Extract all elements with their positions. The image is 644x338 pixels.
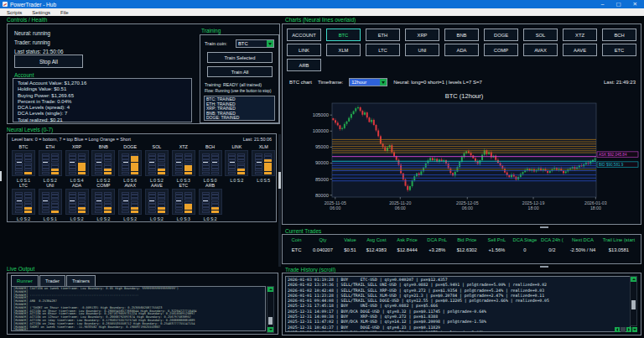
level-bar-column	[42, 190, 49, 213]
tab-runner[interactable]: Runner	[11, 275, 39, 286]
trades-col-header: Coin	[286, 237, 307, 242]
level-bar-cell	[158, 211, 165, 213]
svg-text:95000: 95000	[315, 144, 329, 149]
menu-scripts[interactable]: Scripts	[7, 10, 22, 15]
scroll-up-icon[interactable]	[267, 287, 273, 292]
level-bar-cell	[184, 172, 192, 174]
neural-tile-bars	[118, 150, 142, 176]
svg-text:06:00: 06:00	[330, 205, 340, 211]
level-bar-column	[184, 190, 192, 213]
scroll-right-icon[interactable]	[626, 327, 631, 332]
level-bar-cell	[51, 172, 59, 174]
scroll-down-icon[interactable]	[632, 327, 637, 332]
chart-coin-aave[interactable]: AAVE	[563, 44, 597, 56]
chart-coin-xtz[interactable]: XTZ	[563, 29, 597, 41]
current-trades-panel: CoinQtyValueAvg CostAsk PriceDCA PnLBid …	[282, 234, 641, 264]
chart-coin-sol[interactable]: SOL	[523, 29, 558, 41]
chart-coin-account[interactable]: ACCOUNT	[287, 29, 321, 41]
trades-col-header: Avg Cost	[361, 237, 392, 242]
close-button[interactable]: ✕	[633, 0, 637, 8]
trained-listbox[interactable]: BTC: TRAINEDETH: TRAINEDXRP: TRAINEDBNB:…	[204, 96, 275, 121]
scroll-left-icon[interactable]	[615, 327, 620, 332]
chart-coin-arb[interactable]: ARB	[287, 59, 321, 71]
console-scrollbar[interactable]	[267, 286, 274, 333]
left-panel-scrollbar[interactable]	[278, 134, 281, 267]
left-panel-scroll-thumb[interactable]	[278, 172, 281, 189]
account-label: Account	[14, 72, 34, 78]
train-selected-button[interactable]: Train Selected	[207, 52, 273, 63]
training-label: Training	[201, 28, 221, 34]
chart-coin-doge[interactable]: DOGE	[484, 29, 518, 41]
chart-coin-bnb[interactable]: BNB	[444, 29, 479, 41]
level-bar-cell	[15, 172, 23, 174]
console-output[interactable]: [RUNNER] CAUTION on 1week timeframe: Low…	[11, 286, 266, 331]
menu-settings[interactable]: Settings	[32, 10, 50, 15]
window-title: PowerTrader - Hub	[10, 2, 56, 8]
neural-tile-bars	[65, 150, 89, 176]
trades-cell: +1.56%	[483, 247, 512, 252]
neural-tile-eth: ETHL:0 S:2	[39, 144, 62, 183]
chart-coin-xrp[interactable]: XRP	[405, 29, 439, 41]
console-scroll-thumb[interactable]	[268, 317, 273, 325]
maximize-button[interactable]: ▢	[615, 0, 621, 8]
chart-coin-eth[interactable]: ETH	[366, 29, 400, 41]
app-icon	[3, 2, 8, 7]
level-bar-cell	[69, 211, 76, 213]
svg-text:18:00: 18:00	[590, 205, 601, 211]
neural-tile-levels: L:0 S:2	[65, 216, 89, 221]
account-line: Holdings Value: $0.51	[18, 86, 86, 92]
scroll-up-icon[interactable]	[631, 277, 636, 282]
menu-file[interactable]: File	[60, 10, 69, 15]
chart-coin-ltc[interactable]: LTC	[366, 44, 400, 56]
training-buttons: Train SelectedTrain All	[207, 52, 273, 81]
minimize-button[interactable]: –	[601, 0, 605, 8]
pane-sash-handle[interactable]	[540, 266, 548, 268]
trades-cell: -2.50% / N4	[565, 247, 600, 252]
neural-tile-bars	[39, 150, 62, 176]
history-scrollbar[interactable]	[630, 276, 637, 326]
chart-coin-comp[interactable]: COMP	[484, 44, 518, 56]
chevron-down-icon[interactable]	[267, 40, 273, 47]
chevron-down-icon[interactable]	[380, 79, 387, 86]
neural-tile-coin-label: COMP	[91, 183, 115, 189]
level-bar-column	[24, 190, 32, 213]
stop-all-button[interactable]: Stop All	[14, 55, 83, 68]
neural-tile-coin-label: XTZ	[172, 144, 195, 150]
svg-text:80000: 80000	[315, 193, 329, 198]
chart-coin-xlm[interactable]: XLM	[326, 44, 361, 56]
current-trades-label: Current Trades	[285, 228, 321, 234]
level-bar-cell	[255, 172, 262, 174]
scroll-down-icon[interactable]	[267, 327, 273, 332]
svg-text:ASK $92,045.84: ASK $92,045.84	[599, 153, 627, 157]
training-panel: Train coin: BTC Train SelectedTrain All …	[200, 34, 279, 123]
tab-trader[interactable]: Trader	[39, 275, 65, 286]
neural-tile-bnb: BNBL:0 S:2	[91, 144, 115, 183]
train-all-button[interactable]: Train All	[207, 66, 273, 77]
level-bar-column	[51, 152, 59, 174]
timeframe-select[interactable]: 12hour	[349, 78, 387, 86]
tab-trainers[interactable]: Trainers	[66, 275, 96, 286]
train-coin-select[interactable]: BTC	[236, 39, 274, 48]
left-edge-scroll-thumb[interactable]	[0, 171, 2, 181]
chart-coin-etc[interactable]: ETC	[602, 44, 636, 56]
history-scroll-thumb[interactable]	[631, 300, 636, 309]
neural-tile-levels: L:0 S:3	[172, 216, 195, 221]
chart-coin-btc[interactable]: BTC	[326, 29, 361, 41]
neural-tile-levels: L:0 S:5	[252, 178, 275, 183]
neural-tile-coin-label: SOL	[145, 144, 169, 150]
hscroll-thumb[interactable]	[621, 327, 626, 332]
account-line: DCA Levels (spread): 4	[18, 105, 86, 111]
chart-coin-ada[interactable]: ADA	[444, 44, 479, 56]
neural-tile-levels: L:0 S:2	[199, 216, 222, 221]
charts-panel: ACCOUNTBTCETHXRPBNBDOGESOLXTZBCHLINKXLML…	[282, 23, 641, 225]
chart-coin-uni[interactable]: UNI	[405, 44, 439, 56]
table-row[interactable]: ETC0.040207$0.51$12.4383$12.8444+3.28%$1…	[286, 247, 637, 252]
zero-level-dash	[203, 162, 208, 163]
pane-sash-handle[interactable]	[540, 226, 548, 228]
chart-coin-link[interactable]: LINK	[287, 44, 321, 56]
trade-history-list[interactable]: 2026-01-03 01:19:28 | BUY ETC-USD | qty=…	[285, 276, 631, 332]
chart-coin-avax[interactable]: AVAX	[523, 44, 558, 56]
account-panel: Total Account Value: $1,270.16Holdings V…	[13, 78, 192, 122]
trades-cell: 0.040207	[307, 247, 339, 252]
chart-coin-bch[interactable]: BCH	[602, 29, 636, 41]
